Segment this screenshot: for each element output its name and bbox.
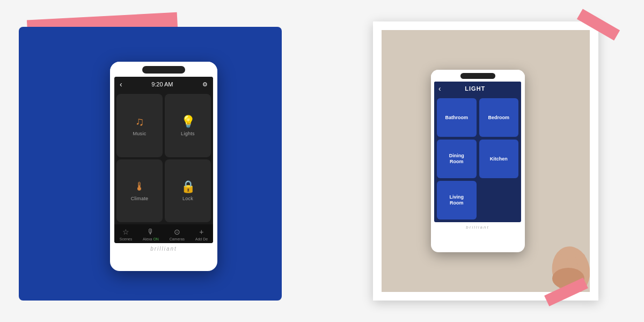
- add-label: Add De: [195, 237, 208, 241]
- light-room-grid: Bathroom Bedroom DiningRoom Kitchen Livi…: [434, 96, 521, 222]
- room-btn-living[interactable]: LivingRoom: [437, 181, 477, 219]
- room-btn-dining[interactable]: DiningRoom: [437, 140, 477, 178]
- screen-left: ‹ 9:20 AM ⚙ ♫ Music 💡 Lights 🌡 Climate: [114, 77, 213, 243]
- grid-item-climate[interactable]: 🌡 Climate: [116, 159, 163, 223]
- screen-right: ‹ LIGHT Bathroom Bedroom DiningRoom Kitc…: [434, 82, 521, 222]
- climate-icon: 🌡: [134, 180, 145, 194]
- device-left: ‹ 9:20 AM ⚙ ♫ Music 💡 Lights 🌡 Climate: [110, 62, 217, 271]
- lock-label: Lock: [182, 196, 193, 201]
- device-top-bar-right: [431, 70, 525, 82]
- screen-header-right: ‹ LIGHT: [434, 82, 521, 96]
- scenes-icon: ☆: [122, 228, 129, 236]
- room-btn-bedroom[interactable]: Bedroom: [479, 98, 519, 137]
- grid-item-lock[interactable]: 🔒 Lock: [165, 159, 211, 223]
- screen-title-right: LIGHT: [465, 85, 485, 92]
- alexa-icon: 🎙: [147, 228, 155, 236]
- right-panel: ‹ LIGHT Bathroom Bedroom DiningRoom Kitc…: [341, 8, 631, 314]
- room-btn-bathroom[interactable]: Bathroom: [437, 98, 477, 137]
- brand-label-left: brilliant: [110, 243, 217, 254]
- room-btn-kitchen[interactable]: Kitchen: [479, 140, 519, 178]
- cameras-label: Cameras: [170, 237, 185, 241]
- alexa-on-badge: ON: [153, 237, 159, 241]
- climate-label: Climate: [131, 196, 149, 201]
- lock-icon: 🔒: [181, 180, 195, 194]
- scenes-label: Scenes: [120, 237, 132, 241]
- grid-item-lights[interactable]: 💡 Lights: [165, 94, 211, 157]
- camera-bar-left: [142, 66, 185, 74]
- screen-header-left: ‹ 9:20 AM ⚙: [114, 77, 213, 92]
- device-right: ‹ LIGHT Bathroom Bedroom DiningRoom Kitc…: [431, 70, 525, 252]
- photo-inner: ‹ LIGHT Bathroom Bedroom DiningRoom Kitc…: [382, 30, 590, 292]
- left-panel: ‹ 9:20 AM ⚙ ♫ Music 💡 Lights 🌡 Climate: [13, 11, 314, 311]
- gear-icon-left[interactable]: ⚙: [202, 81, 208, 88]
- music-label: Music: [133, 131, 146, 136]
- device-top-bar-left: [110, 62, 217, 77]
- back-arrow-right[interactable]: ‹: [438, 84, 441, 93]
- bottom-alexa[interactable]: 🎙 Alexa ON: [143, 228, 159, 241]
- bottom-add[interactable]: + Add De: [195, 228, 208, 241]
- time-display: 9:20 AM: [151, 81, 173, 87]
- bottom-bar-left: ☆ Scenes 🎙 Alexa ON ⊙ Cameras + Add De: [114, 224, 213, 243]
- alexa-label: Alexa ON: [143, 237, 159, 241]
- camera-bar-right: [460, 73, 495, 79]
- lights-label: Lights: [181, 131, 195, 136]
- add-icon: +: [199, 228, 203, 236]
- grid-item-music[interactable]: ♫ Music: [116, 94, 163, 157]
- brand-label-right: brilliant: [431, 222, 525, 232]
- cameras-icon: ⊙: [174, 228, 180, 236]
- bottom-cameras[interactable]: ⊙ Cameras: [170, 228, 185, 241]
- main-grid: ♫ Music 💡 Lights 🌡 Climate 🔒 Lock: [114, 92, 213, 224]
- back-arrow-left[interactable]: ‹: [120, 80, 122, 89]
- bottom-scenes[interactable]: ☆ Scenes: [120, 228, 132, 241]
- photo-frame: ‹ LIGHT Bathroom Bedroom DiningRoom Kitc…: [373, 21, 598, 301]
- lights-icon: 💡: [181, 115, 195, 129]
- music-icon: ♫: [135, 115, 144, 129]
